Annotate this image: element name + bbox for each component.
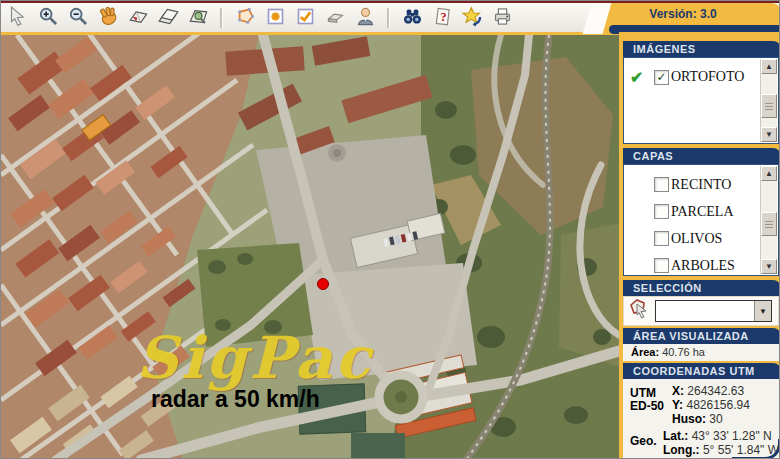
list-item-recinto[interactable]: RECINTO: [630, 171, 778, 198]
help-button[interactable]: ?: [429, 5, 455, 31]
list-item-ortofoto[interactable]: ✔ ✓ ORTOFOTO: [630, 64, 778, 91]
huso-value: 30: [709, 412, 722, 426]
arboles-checkbox[interactable]: [654, 258, 669, 273]
zoom-out-tool-button[interactable]: [65, 5, 91, 31]
long-label: Long.:: [663, 443, 700, 457]
capas-scrollbar[interactable]: ▲ ▼: [760, 166, 777, 274]
selection-add-button[interactable]: [262, 5, 288, 31]
previous-view-button[interactable]: [125, 5, 151, 31]
version-label: Versión: 3.0: [595, 7, 771, 21]
pan-tool-button[interactable]: [95, 5, 121, 31]
print-button[interactable]: [489, 5, 515, 31]
select-polygon-button[interactable]: [232, 5, 258, 31]
arboles-label: ARBOLES: [671, 258, 735, 274]
search-button[interactable]: [399, 5, 425, 31]
select-polygon-icon: [235, 6, 256, 31]
parcela-checkbox[interactable]: [654, 204, 669, 219]
svg-text:?: ?: [440, 9, 446, 23]
x-value: 264342.63: [687, 384, 744, 398]
sidebar: IMÁGENES ✔ ✓ ORTOFOTO ▲ ▼ CAPAS: [619, 32, 780, 459]
list-item-olivos[interactable]: OLIVOS: [630, 225, 778, 252]
eraser-button[interactable]: [322, 5, 348, 31]
imagenes-scrollbar[interactable]: ▲ ▼: [760, 59, 777, 143]
x-label: X:: [672, 384, 684, 398]
area-visualizada-value-row: Área:40.76 ha: [623, 344, 779, 361]
recinto-label: RECINTO: [671, 177, 731, 193]
imagenes-list: ✔ ✓ ORTOFOTO ▲ ▼: [623, 57, 779, 145]
selection-add-icon: [265, 6, 286, 31]
zoom-out-icon: [68, 6, 89, 31]
seleccion-panel: ▼: [623, 296, 779, 326]
recinto-checkbox[interactable]: [654, 177, 669, 192]
long-value: 5° 55' 1.84" W: [703, 443, 779, 457]
previous-view-icon: [128, 6, 149, 31]
panel-header-imagenes: IMÁGENES: [623, 41, 780, 57]
y-label: Y:: [672, 398, 683, 412]
area-label: Área:: [631, 346, 659, 358]
olivos-checkbox[interactable]: [654, 231, 669, 246]
toolbar: ? Versión: 3.0: [1, 1, 780, 32]
scroll-up-button[interactable]: ▲: [761, 59, 777, 74]
sigpac-viewer-window: ? Versión: 3.0: [0, 0, 780, 459]
list-item-arboles[interactable]: ARBOLES: [630, 252, 778, 279]
scroll-up-button[interactable]: ▲: [761, 166, 777, 181]
panel-header-area: ÁREA VISUALIZADA: [623, 328, 780, 344]
pointer-icon: [8, 6, 29, 31]
scroll-thumb[interactable]: [761, 94, 777, 118]
user-icon: [355, 6, 376, 31]
active-layer-check-icon: ✔: [630, 68, 654, 87]
y-value: 4826156.94: [686, 398, 749, 412]
area-value: 40.76 ha: [662, 346, 705, 358]
zoom-in-icon: [38, 6, 59, 31]
full-extent-icon: [158, 6, 179, 31]
lat-value: 43° 33' 1.28" N: [692, 429, 772, 443]
help-icon: ?: [432, 6, 453, 31]
scroll-down-button[interactable]: ▼: [761, 259, 777, 274]
favorites-button[interactable]: [459, 5, 485, 31]
ortofoto-checkbox[interactable]: ✓: [654, 70, 669, 85]
coordenadas-panel: UTM ED-50 X: 264342.63 Y: 4826156.94 Hus…: [623, 379, 779, 459]
selection-confirm-icon: [295, 6, 316, 31]
map-marker-dot[interactable]: [317, 278, 329, 290]
parcela-label: PARCELA: [671, 204, 734, 220]
ortofoto-label: ORTOFOTO: [671, 69, 744, 85]
overview-map-button[interactable]: [185, 5, 211, 31]
seleccion-dropdown[interactable]: ▼: [655, 300, 772, 322]
scroll-thumb[interactable]: [761, 212, 777, 236]
pointer-tool-button[interactable]: [5, 5, 31, 31]
toolbar-separator: [220, 8, 223, 28]
full-extent-button[interactable]: [155, 5, 181, 31]
selection-confirm-button[interactable]: [292, 5, 318, 31]
map-viewport[interactable]: SigPac radar a 50 km/h: [1, 32, 619, 459]
geo-label: Geo.: [630, 434, 657, 448]
panel-header-coordenadas: COORDENADAS UTM: [623, 363, 780, 379]
pan-hand-icon: [98, 6, 119, 31]
list-item-parcela[interactable]: PARCELA: [630, 198, 778, 225]
huso-label: Huso:: [672, 412, 706, 426]
printer-icon: [492, 6, 513, 31]
aerial-photo: [1, 35, 619, 459]
olivos-label: OLIVOS: [671, 231, 722, 247]
user-button[interactable]: [352, 5, 378, 31]
datum-label: ED-50: [630, 400, 672, 413]
overview-map-icon: [188, 6, 209, 31]
seleccion-dropdown-value: [656, 301, 754, 321]
zoom-in-tool-button[interactable]: [35, 5, 61, 31]
lat-label: Lat.:: [663, 429, 688, 443]
dropdown-arrow-button[interactable]: ▼: [754, 301, 771, 321]
eraser-icon: [325, 6, 346, 31]
select-parcel-icon[interactable]: [627, 297, 651, 325]
panel-header-capas: CAPAS: [623, 148, 780, 164]
toolbar-separator: [387, 8, 390, 28]
capas-list: RECINTO PARCELA OLIVOS ARBOLES: [623, 164, 779, 276]
binoculars-icon: [402, 6, 423, 31]
favorites-star-icon: [462, 6, 483, 31]
scroll-down-button[interactable]: ▼: [761, 127, 777, 142]
panel-header-seleccion: SELECCIÓN: [623, 280, 780, 296]
version-banner: Versión: 3.0: [595, 3, 780, 34]
